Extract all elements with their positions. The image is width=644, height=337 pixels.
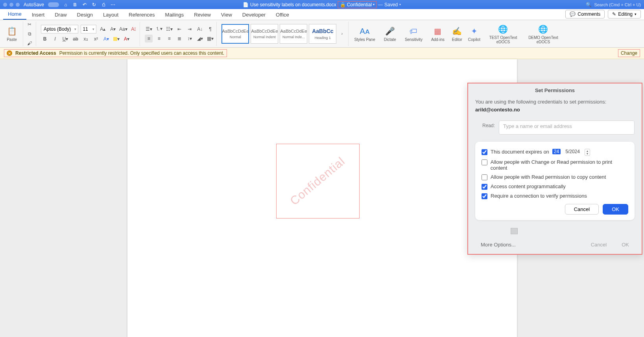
allow-print-checkbox[interactable] [482, 159, 487, 165]
font-family-select[interactable]: Aptos (Body) [41, 25, 78, 33]
sensitivity-badge[interactable]: 🔒 Confidential ▾ [338, 1, 376, 8]
permissions-title: Set Permissions [468, 83, 642, 96]
paragraph-marks-icon[interactable]: ¶ [206, 25, 214, 33]
more-options-button[interactable]: More Options... [475, 239, 521, 250]
line-spacing-icon[interactable]: ↕▾ [186, 35, 194, 43]
ribbon-tabs: Home Insert Draw Design Layout Reference… [0, 9, 644, 20]
highlight-icon[interactable]: ▾ [113, 35, 120, 43]
outer-ok-button[interactable]: OK [616, 239, 635, 250]
sensitivity-button[interactable]: 🏷 Sensitivity [402, 22, 426, 46]
search-hint[interactable]: Search (Cmd + Ctrl + U) [594, 2, 641, 7]
search-icon[interactable]: 🔍 [586, 2, 592, 7]
cut-icon[interactable]: ✂ [26, 20, 33, 28]
align-left-icon[interactable]: ≡ [145, 35, 153, 43]
sort-icon[interactable]: A↓ [196, 25, 204, 33]
zoom-window-icon[interactable] [16, 3, 20, 7]
align-justify-icon[interactable]: ≣ [175, 35, 183, 43]
allow-copy-checkbox[interactable] [482, 174, 487, 180]
dictate-button[interactable]: 🎤 Dictate [381, 22, 399, 46]
copy-icon[interactable]: ⧉ [26, 30, 33, 38]
print-icon[interactable]: ⎙ [101, 2, 106, 7]
chevron-down-icon[interactable]: ▾ [399, 3, 401, 6]
save-icon[interactable]: 🗎 [72, 2, 78, 7]
expires-checkbox[interactable] [482, 149, 487, 155]
style-normal[interactable]: AaBbCcDdEe Normal [221, 24, 249, 44]
address-book-icon[interactable] [511, 228, 518, 234]
style-normal-inde[interactable]: AaBbCcDdEe Normal Inde... [280, 24, 307, 44]
connection-option[interactable]: Require a connection to verify permissio… [482, 193, 628, 199]
strike-icon[interactable]: ab [72, 35, 79, 43]
tab-office[interactable]: Office [271, 9, 294, 20]
increase-indent-icon[interactable]: ⇥ [186, 25, 194, 33]
change-permission-button[interactable]: Change [618, 49, 640, 57]
restricted-title: Restricted Access [15, 50, 56, 56]
superscript-icon[interactable]: x² [92, 35, 100, 43]
document-page[interactable]: Confidential [127, 59, 517, 337]
change-case-icon[interactable]: Aa▾ [119, 25, 127, 33]
expires-date[interactable]: 5/2024 [564, 149, 581, 154]
tab-developer[interactable]: Developer [238, 9, 270, 20]
bold-icon[interactable]: B [41, 35, 49, 43]
tab-layout[interactable]: Layout [98, 9, 123, 20]
connection-checkbox[interactable] [482, 193, 487, 199]
undo-icon[interactable]: ↶ [82, 2, 87, 7]
tab-draw[interactable]: Draw [50, 9, 71, 20]
bullets-icon[interactable]: ☰▾ [145, 25, 153, 33]
demo-edocs-button[interactable]: 🌐 DEMO OpenText eDOCS [524, 22, 562, 46]
shading-icon[interactable]: ◢▾ [196, 35, 204, 43]
inner-cancel-button[interactable]: Cancel [565, 204, 599, 215]
inner-ok-button[interactable]: OK [603, 204, 628, 215]
text-effects-icon[interactable]: A▾ [102, 35, 110, 43]
tab-mailings[interactable]: Mailings [161, 9, 189, 20]
tab-review[interactable]: Review [189, 9, 216, 20]
copilot-button[interactable]: ✦ Copilot [467, 22, 482, 46]
underline-icon[interactable]: U▾ [61, 35, 69, 43]
outer-cancel-button[interactable]: Cancel [585, 239, 612, 250]
programmatic-option[interactable]: Access content programmatically [482, 183, 628, 190]
increase-font-icon[interactable]: A▴ [99, 25, 107, 33]
warning-icon: ✕ [7, 50, 12, 56]
tab-references[interactable]: References [124, 9, 159, 20]
test-edocs-button[interactable]: 🌐 TEST OpenText eDOCS [484, 22, 522, 46]
format-painter-icon[interactable]: 🖌 [26, 39, 33, 47]
italic-icon[interactable]: I [51, 35, 59, 43]
home-icon[interactable]: ⌂ [63, 2, 68, 7]
tab-view[interactable]: View [216, 9, 237, 20]
allow-copy-option[interactable]: Allow people with Read permission to cop… [482, 174, 628, 180]
subscript-icon[interactable]: x₂ [82, 35, 90, 43]
style-heading1[interactable]: AaBbCc Heading 1 [309, 24, 336, 44]
minimize-window-icon[interactable] [9, 3, 13, 7]
decrease-indent-icon[interactable]: ⇤ [175, 25, 183, 33]
allow-print-option[interactable]: Allow people with Change or Read permiss… [482, 159, 628, 171]
clear-format-icon[interactable]: A⃠ [129, 25, 137, 33]
borders-icon[interactable]: ▦▾ [206, 35, 214, 43]
expires-option[interactable]: This document expires on 24 5/2024 ▴▾ [482, 149, 628, 156]
redo-icon[interactable]: ↻ [91, 2, 97, 7]
decrease-font-icon[interactable]: A▾ [109, 25, 117, 33]
styles-more-icon[interactable]: › [338, 30, 346, 38]
comments-button[interactable]: 💬 Comments [565, 10, 605, 19]
multilevel-icon[interactable]: ☷▾ [165, 25, 173, 33]
tab-design[interactable]: Design [72, 9, 98, 20]
window-controls[interactable] [3, 3, 20, 7]
close-window-icon[interactable] [3, 3, 7, 7]
tab-insert[interactable]: Insert [27, 9, 50, 20]
expires-day[interactable]: 24 [552, 149, 561, 154]
autosave-toggle[interactable] [48, 2, 59, 7]
styles-pane-button[interactable]: Aᴀ Styles Pane [351, 22, 378, 46]
editor-button[interactable]: ✍ Editor [450, 22, 464, 46]
more-icon[interactable]: ⋯ [110, 2, 116, 7]
align-right-icon[interactable]: ≡ [165, 35, 173, 43]
addins-button[interactable]: ▦ Add-ins [428, 22, 448, 46]
numbering-icon[interactable]: ⒈▾ [155, 25, 163, 33]
editing-mode-button[interactable]: ✎ Editing ▾ [608, 10, 641, 19]
programmatic-checkbox[interactable] [482, 184, 487, 190]
font-size-select[interactable]: 11▾ [81, 25, 96, 33]
date-stepper[interactable]: ▴▾ [585, 149, 590, 156]
read-input[interactable]: Type a name or email address [499, 120, 635, 135]
style-normal-indent[interactable]: AaBbCcDdEe Normal Indent [251, 24, 278, 44]
font-color-icon[interactable]: A▾ [123, 35, 131, 43]
paste-button[interactable]: 📋 Paste [3, 22, 20, 46]
align-center-icon[interactable]: ≡ [155, 35, 163, 43]
tab-home[interactable]: Home [3, 9, 26, 20]
